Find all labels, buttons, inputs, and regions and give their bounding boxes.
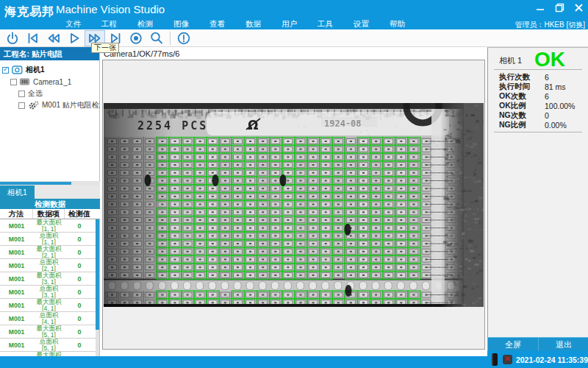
skip-first-button[interactable] [23,30,43,46]
table-row[interactable]: M001 总面积[3, 1] 0 [0,286,96,299]
stat-label: OK比例 [499,101,545,111]
table-row[interactable]: M001 总面积[2, 1] 0 [0,259,96,272]
stat-value: 6 [545,92,549,101]
cell-method: M001 [0,328,33,336]
device-status-icon [492,353,498,366]
tooltip: 下一张 [91,43,119,53]
cell-method: M001 [0,289,33,296]
cell-item: 总面积[5, 1] [33,339,65,351]
stats-list: 执行次数 6执行时间 81 msOK次数 6OK比例 100.00%NG次数 0… [499,72,584,130]
exit-button[interactable]: 退出 [539,338,588,351]
stat-row: NG比例 0.00% [499,120,584,130]
brand-logo: 海克易邦 [4,4,54,20]
fast-backward-button[interactable] [43,30,64,46]
cell-value: 0 [65,342,94,349]
play-icon [66,30,82,46]
line-camera-icon [20,78,30,85]
restore-icon[interactable] [553,1,566,13]
power-button[interactable] [2,30,23,46]
close-icon[interactable] [572,1,585,13]
table-row[interactable]: M001 最大面积[2, 1] 0 [0,246,96,259]
cell-method: M001 [0,236,33,243]
menu-item-1[interactable]: 文件 [55,19,91,29]
stat-label: 执行时间 [499,82,545,92]
cell-item: 最大面积[2, 1] [33,246,65,258]
detection-data-title: 检测数据 [0,199,100,209]
divider [494,132,582,132]
menu-item-7[interactable]: 用户 [271,19,307,29]
cell-item: 总面积[4, 1] [33,312,65,325]
cell-method: M001 [0,249,33,256]
table-row[interactable]: M001 总面积[1, 1] 0 [0,233,96,246]
cell-value: 0 [65,262,94,269]
menu-item-10[interactable]: 帮助 [379,19,415,29]
timestamp: 2021-02-24 11:35:39 [516,355,588,364]
detection-table-header: 方法 数据项 检测值 [0,209,100,219]
statusbar-right: ✕ 2021-02-24 11:35:39 [487,351,588,368]
table-row[interactable]: M001 最大面积[1, 1] 0 [0,219,96,233]
info-button[interactable] [173,30,194,46]
table-row[interactable]: M001 总面积[4, 1] 0 [0,312,96,325]
cell-value: 0 [65,302,94,309]
cell-value: 0 [65,328,94,336]
checkbox-checked[interactable] [2,67,9,74]
cell-method: M001 [0,262,33,269]
toolbar [0,29,588,47]
stat-row: NG次数 0 [499,110,584,120]
image-viewer-panel: Camera1/OK/77ms/6 [100,47,487,356]
camera-photo[interactable] [104,103,484,307]
col-method: 方法 [0,209,33,219]
fullscreen-button[interactable]: 全屏 [488,338,539,351]
checkbox-unchecked[interactable] [10,79,17,85]
col-value: 检测值 [65,209,94,219]
cell-method: M001 [0,275,33,283]
stat-label: 执行次数 [499,72,545,82]
tree-item-2[interactable]: Camera1_1 [10,77,71,87]
menu-item-5[interactable]: 查看 [199,19,235,29]
result-status-badge: OK [534,48,565,71]
menu-item-3[interactable]: 检测 [127,19,163,29]
menu-item-4[interactable]: 图像 [163,19,199,29]
tree-item-3[interactable]: 全选 [18,88,43,99]
minimize-icon[interactable] [534,1,547,13]
toolbar-separator [170,32,171,45]
tree-item-1[interactable]: 相机1 [2,65,45,75]
cell-value: 0 [65,275,94,283]
play-button[interactable] [64,30,85,46]
menu-item-6[interactable]: 数据 [235,19,271,29]
stat-row: 执行次数 6 [499,72,584,82]
col-item: 数据项 [33,209,65,219]
stat-label: NG比例 [499,120,545,130]
table-row[interactable]: M001 最大面积[5, 1] 0 [0,325,96,339]
tree-item-4[interactable]: M001 贴片电阻检测 [18,100,107,110]
menu-item-8[interactable]: 工具 [307,19,343,29]
zoom-button[interactable] [146,30,167,46]
vertical-scrollbar[interactable] [96,219,99,356]
gears-icon [28,101,39,110]
table-row[interactable]: M001 最大面积[4, 1] 0 [0,299,96,312]
tab-camera1[interactable]: 相机1 [0,185,35,199]
project-tree: 相机1Camera1_1全选M001 贴片电阻检测 [0,60,99,181]
checkbox-unchecked[interactable] [18,91,25,97]
cell-method: M001 [0,302,33,309]
checkbox-unchecked[interactable] [18,102,25,109]
stat-label: OK次数 [499,91,545,102]
project-panel: 工程名: 贴片电阻 相机1Camera1_1全选M001 贴片电阻检测 相机1 … [0,47,100,356]
menubar: 文件工程检测图像查看数据用户工具设置帮助 管理员：HKEB [切换] [0,19,588,29]
table-row[interactable]: M001 最大面积[3, 1] 0 [0,272,96,286]
skip-first-icon [25,30,41,46]
statistics-panel: 相机 1 OK 执行次数 6执行时间 81 msOK次数 6OK比例 100.0… [487,47,588,351]
cell-value: 0 [65,289,94,296]
error-status-icon: ✕ [503,355,512,364]
fast-backward-icon [46,30,62,46]
table-row[interactable]: M001 总面积[5, 1] 0 [0,339,96,352]
menu-item-2[interactable]: 工程 [91,19,127,29]
menu-item-9[interactable]: 设置 [343,19,379,29]
tree-item-label: 全选 [28,88,43,99]
user-account-label[interactable]: 管理员：HKEB [切换] [514,20,585,30]
stat-row: 执行时间 81 ms [499,82,584,91]
project-name-header: 工程名: 贴片电阻 [0,47,99,60]
cell-value: 0 [65,249,94,256]
stat-label: NG次数 [499,110,545,121]
record-button[interactable] [126,30,146,46]
